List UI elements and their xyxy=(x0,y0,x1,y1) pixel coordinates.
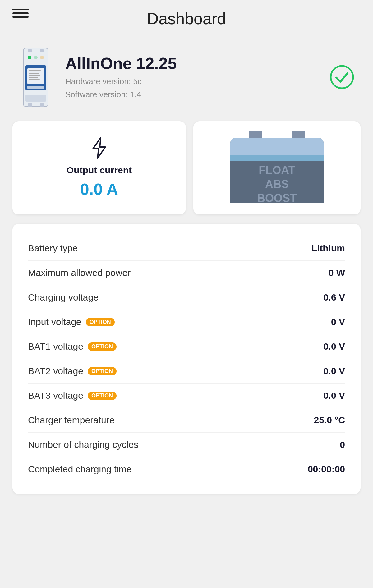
svg-text:FLOAT: FLOAT xyxy=(259,164,295,177)
device-section: AllInOne 12.25 Hardware version: 5c Soft… xyxy=(0,34,373,115)
option-badge: OPTION xyxy=(88,392,117,400)
table-row: Number of charging cycles0 xyxy=(28,433,345,457)
svg-rect-8 xyxy=(27,86,44,89)
info-row-value: 0 W xyxy=(329,268,345,278)
info-row-value: 0.0 V xyxy=(323,341,345,352)
menu-icon-line2 xyxy=(12,12,29,14)
info-row-label: BAT1 voltageOPTION xyxy=(28,341,117,352)
device-name: AllInOne 12.25 xyxy=(65,54,317,73)
option-badge: OPTION xyxy=(88,367,117,375)
svg-rect-6 xyxy=(29,77,38,78)
table-row: Battery typeLithium xyxy=(28,236,345,261)
svg-text:BOOST: BOOST xyxy=(257,192,297,204)
svg-rect-15 xyxy=(40,103,44,107)
info-row-value: 0.0 V xyxy=(323,390,345,401)
output-current-value: 0.0 A xyxy=(80,180,118,199)
info-row-label: Charger temperature xyxy=(28,415,114,425)
table-row: BAT2 voltageOPTION0.0 V xyxy=(28,359,345,384)
svg-rect-23 xyxy=(230,155,324,162)
table-row: Input voltageOPTION0 V xyxy=(28,310,345,334)
svg-rect-20 xyxy=(292,131,305,139)
option-badge: OPTION xyxy=(86,318,115,326)
output-current-card: Output current 0.0 A xyxy=(12,121,186,214)
option-badge: OPTION xyxy=(88,342,117,351)
menu-button[interactable] xyxy=(12,9,29,18)
svg-rect-19 xyxy=(249,131,262,139)
info-row-value: 25.0 °C xyxy=(314,415,345,425)
svg-point-11 xyxy=(40,56,44,59)
lightning-icon xyxy=(90,137,108,160)
output-current-label: Output current xyxy=(67,165,132,176)
svg-text:ABS: ABS xyxy=(265,178,289,191)
svg-rect-14 xyxy=(28,103,32,107)
info-row-label: Input voltageOPTION xyxy=(28,317,115,327)
info-table: Battery typeLithiumMaximum allowed power… xyxy=(12,224,361,494)
svg-point-17 xyxy=(331,66,353,88)
info-row-label: BAT3 voltageOPTION xyxy=(28,390,117,401)
svg-rect-5 xyxy=(29,75,40,76)
svg-rect-7 xyxy=(29,79,40,80)
svg-rect-12 xyxy=(28,49,32,52)
table-row: Maximum allowed power0 W xyxy=(28,261,345,285)
header: Dashboard xyxy=(0,0,373,28)
svg-rect-13 xyxy=(40,49,44,52)
info-row-value: 0.0 V xyxy=(323,366,345,376)
battery-illustration: FLOAT ABS BOOST xyxy=(224,127,330,208)
info-row-label: Number of charging cycles xyxy=(28,439,138,450)
menu-icon-line3 xyxy=(12,16,29,18)
device-info: AllInOne 12.25 Hardware version: 5c Soft… xyxy=(65,54,317,101)
info-row-value: 0.6 V xyxy=(323,292,345,303)
device-image xyxy=(19,47,53,109)
svg-marker-18 xyxy=(93,138,105,158)
cards-row: Output current 0.0 A FLOAT ABS BOOST xyxy=(0,115,373,221)
svg-rect-4 xyxy=(29,73,39,74)
battery-status-card: FLOAT ABS BOOST xyxy=(193,121,361,214)
table-row: BAT3 voltageOPTION0.0 V xyxy=(28,384,345,408)
info-row-label: Battery type xyxy=(28,243,78,254)
info-row-label: BAT2 voltageOPTION xyxy=(28,366,117,376)
svg-rect-16 xyxy=(25,95,46,102)
table-row: BAT1 voltageOPTION0.0 V xyxy=(28,334,345,359)
info-row-label: Completed charging time xyxy=(28,464,132,475)
info-row-value: Lithium xyxy=(311,243,345,254)
info-row-value: 0 V xyxy=(331,317,345,327)
svg-point-10 xyxy=(34,56,38,59)
info-row-value: 00:00:00 xyxy=(308,464,345,475)
connection-status-icon xyxy=(329,65,354,91)
info-row-label: Maximum allowed power xyxy=(28,268,131,278)
svg-point-9 xyxy=(28,56,31,59)
page-title: Dashboard xyxy=(147,9,226,28)
device-hardware-version: Hardware version: 5c Software version: 1… xyxy=(65,75,317,101)
table-row: Charger temperature25.0 °C xyxy=(28,408,345,433)
info-row-value: 0 xyxy=(340,439,345,450)
svg-rect-3 xyxy=(29,70,41,71)
table-row: Completed charging time00:00:00 xyxy=(28,457,345,481)
info-row-label: Charging voltage xyxy=(28,292,99,303)
table-row: Charging voltage0.6 V xyxy=(28,285,345,310)
menu-icon-line1 xyxy=(12,9,29,10)
